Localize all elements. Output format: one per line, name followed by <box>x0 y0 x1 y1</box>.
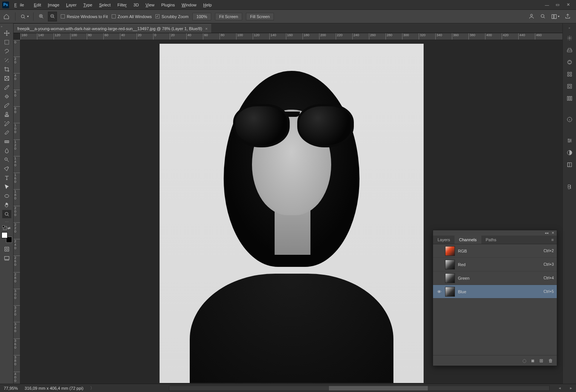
lasso-tool[interactable] <box>2 47 11 55</box>
shape-tool[interactable] <box>2 192 11 200</box>
dock-collapse-icon[interactable]: « <box>568 26 570 30</box>
scroll-right-icon[interactable]: ▸ <box>570 386 572 390</box>
eyedropper-tool[interactable] <box>2 83 11 92</box>
menu-window[interactable]: Window <box>179 1 200 9</box>
status-zoom[interactable]: 77,95% <box>4 386 18 390</box>
tab-layers[interactable]: Layers <box>433 236 455 244</box>
type-tool[interactable] <box>2 174 11 182</box>
color-swatches[interactable] <box>2 232 12 243</box>
edit-toolbar-icon[interactable]: ⋯ <box>5 220 9 224</box>
menu-file[interactable]: File <box>11 1 30 9</box>
zoom-out-icon[interactable] <box>48 12 57 21</box>
sliders-panel-icon[interactable] <box>566 137 573 144</box>
crop-tool[interactable] <box>2 65 11 74</box>
channel-row-green[interactable]: GreenCtrl+4 <box>433 271 557 285</box>
character-panel-icon[interactable] <box>566 183 573 190</box>
close-tab-icon[interactable]: × <box>205 26 207 31</box>
workspace-switcher-icon[interactable]: ▾ <box>551 14 559 20</box>
panel-menu-icon[interactable]: ≡ <box>548 236 557 244</box>
menu-select[interactable]: Select <box>96 1 114 9</box>
menu-edit[interactable]: Edit <box>31 1 44 9</box>
stamp-tool[interactable] <box>2 110 11 119</box>
gradients-panel-icon[interactable] <box>566 58 573 66</box>
minimize-button[interactable]: — <box>544 2 550 8</box>
save-selection-icon[interactable]: ◙ <box>531 358 534 363</box>
zoom-tool[interactable] <box>2 210 11 218</box>
cloud-docs-icon[interactable] <box>528 13 535 20</box>
dodge-tool[interactable] <box>2 156 11 164</box>
menu-filter[interactable]: Filter <box>114 1 129 9</box>
ruler-horizontal[interactable]: 1601401201008060402002040608010012014016… <box>20 33 562 40</box>
path-select-tool[interactable] <box>2 183 11 191</box>
panel-collapse-icon[interactable]: ◂◂ <box>545 231 548 235</box>
menu-help[interactable]: Help <box>200 1 215 9</box>
color-panel-icon[interactable] <box>566 34 573 42</box>
default-colors-icon[interactable] <box>3 226 7 230</box>
pen-tool[interactable] <box>2 165 11 173</box>
new-channel-icon[interactable]: ⊞ <box>539 358 543 363</box>
close-button[interactable]: ✕ <box>565 2 571 8</box>
home-button[interactable] <box>2 12 11 21</box>
ruler-vertical[interactable]: 0204060801001201401601802002202402602803… <box>14 40 20 384</box>
screen-mode-icon[interactable] <box>2 254 11 262</box>
search-icon[interactable] <box>540 13 546 20</box>
channel-row-red[interactable]: RedCtrl+3 <box>433 258 557 271</box>
toolbar-collapse-icon[interactable]: » <box>0 25 2 28</box>
resize-windows-checkbox[interactable]: Resize Windows to Fit <box>61 14 108 19</box>
menu-image[interactable]: Image <box>45 1 63 9</box>
zoom-in-icon[interactable] <box>38 13 44 20</box>
status-chevron-icon[interactable]: 〉 <box>90 385 94 391</box>
channel-shortcut: Ctrl+2 <box>544 249 554 253</box>
document-tab[interactable]: freepik__a-young-woman-with-dark-hair-we… <box>14 24 211 33</box>
tab-channels[interactable]: Channels <box>455 236 481 244</box>
panel-close-icon[interactable]: ✕ <box>551 231 554 235</box>
ruler-tick: 100 <box>236 33 253 40</box>
channel-row-blue[interactable]: 👁BlueCtrl+5 <box>433 285 557 299</box>
scroll-left-icon[interactable]: ◂ <box>556 386 563 390</box>
fill-screen-button[interactable]: Fill Screen <box>246 13 274 20</box>
menu-layer[interactable]: Layer <box>63 1 80 9</box>
healing-tool[interactable] <box>2 92 11 101</box>
patterns-panel-icon[interactable] <box>566 70 573 78</box>
adjustments-panel-icon[interactable] <box>566 95 573 102</box>
menu-type[interactable]: Type <box>80 1 95 9</box>
horizontal-scrollbar[interactable] <box>169 386 550 391</box>
menu-3d[interactable]: 3D <box>131 1 142 9</box>
blur-tool[interactable] <box>2 147 11 155</box>
history-brush-tool[interactable] <box>2 119 11 128</box>
info-panel-icon[interactable] <box>566 116 573 123</box>
libraries-panel-icon[interactable] <box>566 161 573 168</box>
hand-tool[interactable] <box>2 201 11 209</box>
visibility-toggle[interactable] <box>436 262 442 268</box>
contrast-panel-icon[interactable] <box>566 149 573 156</box>
channel-row-rgb[interactable]: RGBCtrl+2 <box>433 244 557 258</box>
scrubby-zoom-checkbox[interactable]: ✓Scrubby Zoom <box>155 14 189 19</box>
brush-tool[interactable] <box>2 101 11 110</box>
zoom-100-button[interactable]: 100% <box>192 13 211 20</box>
move-tool[interactable] <box>2 29 11 37</box>
quick-mask-icon[interactable] <box>2 245 11 253</box>
magic-wand-tool[interactable] <box>2 56 11 64</box>
delete-channel-icon[interactable]: 🗑 <box>548 358 553 363</box>
fit-screen-button[interactable]: Fit Screen <box>215 13 242 20</box>
visibility-toggle[interactable] <box>436 248 442 254</box>
zoom-all-checkbox[interactable]: Zoom All Windows <box>112 14 152 19</box>
swap-colors-icon[interactable]: ⇄ <box>8 226 11 230</box>
gradient-tool[interactable] <box>2 138 11 146</box>
tool-preset-icon[interactable]: ▾ <box>20 14 29 20</box>
properties-panel-icon[interactable] <box>566 83 573 90</box>
load-selection-icon[interactable]: ◌ <box>522 358 526 363</box>
status-dims[interactable]: 316,09 mm x 406,4 mm (72 ppi) <box>25 386 83 390</box>
swatches-panel-icon[interactable] <box>566 46 573 54</box>
share-icon[interactable] <box>565 13 571 20</box>
marquee-tool[interactable] <box>2 38 11 46</box>
channel-name: Green <box>458 276 541 280</box>
frame-tool[interactable] <box>2 74 11 83</box>
tab-paths[interactable]: Paths <box>481 236 501 244</box>
maximize-button[interactable]: ▭ <box>555 2 560 8</box>
eraser-tool[interactable] <box>2 129 11 137</box>
menu-plugins[interactable]: Plugins <box>158 1 178 9</box>
visibility-toggle[interactable]: 👁 <box>436 289 442 295</box>
visibility-toggle[interactable] <box>436 275 442 281</box>
menu-view[interactable]: View <box>143 1 158 9</box>
